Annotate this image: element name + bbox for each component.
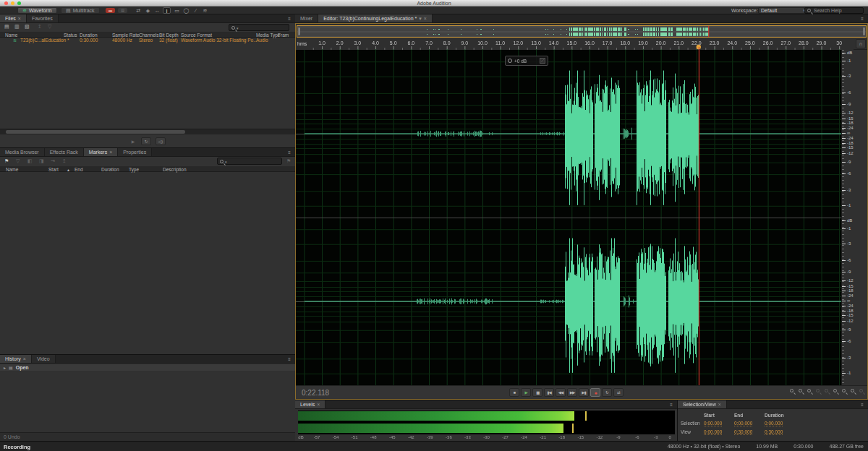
tab-files[interactable]: Files × (0, 14, 27, 22)
column-header[interactable]: Name (6, 167, 18, 172)
amplitude-ruler[interactable]: dB-1-1-3-3-6-6-9-9-12-12-15-15-18-18-24-… (841, 50, 867, 385)
tab-editor[interactable]: Editor: T23(b)ContinuingLegalEducation *… (318, 14, 433, 22)
brush-tool-icon[interactable]: ∕ (192, 7, 200, 14)
navigator-overview-waveform[interactable] (297, 26, 866, 37)
close-icon[interactable]: × (109, 150, 112, 155)
panel-menu-icon[interactable]: ≡ (284, 355, 295, 363)
add-marker-icon[interactable]: ⚑ (4, 158, 9, 164)
close-icon[interactable]: × (23, 356, 26, 361)
files-search-input[interactable]: ▾ (229, 24, 289, 31)
panel-menu-icon[interactable]: ≡ (284, 148, 295, 156)
zoom-in-horizontal-icon[interactable] (790, 389, 793, 392)
column-header[interactable]: Sample Rate (112, 33, 140, 38)
new-file-icon[interactable]: ▧ (25, 24, 30, 30)
selection-duration[interactable]: 0:00.000 (765, 421, 783, 426)
column-header[interactable]: Name (5, 33, 17, 38)
view-duration[interactable]: 0:30.000 (765, 429, 783, 435)
panel-menu-icon[interactable]: ≡ (856, 400, 868, 408)
rewind-button[interactable]: ◀◀ (556, 388, 566, 397)
razor-tool-icon[interactable]: ◈ (144, 7, 152, 14)
merge-marker-icon[interactable]: ◨ (39, 158, 44, 164)
multitrack-mode-button[interactable]: ▤ Multitrack (61, 7, 100, 14)
fast-forward-button[interactable]: ▶▶ (567, 388, 577, 397)
preview-autoplay-icon[interactable]: ◁) (156, 137, 166, 145)
sort-ascending-icon[interactable]: ▲ (67, 168, 70, 172)
panel-menu-icon[interactable]: ≡ (856, 14, 868, 22)
export-marker-icon[interactable]: ⇥ (51, 158, 55, 164)
preview-play-icon[interactable]: ▶ (129, 138, 137, 145)
close-icon[interactable]: × (718, 402, 721, 407)
tab-video[interactable]: Video (32, 355, 56, 363)
insert-marker-icon[interactable]: ↥ (62, 158, 67, 164)
waveform-canvas[interactable] (296, 50, 841, 385)
spectral-display-button[interactable]: ▤ (118, 8, 127, 13)
marquee-tool-icon[interactable]: ▭ (173, 7, 181, 14)
column-header[interactable]: Bit Depth (159, 33, 179, 38)
column-header[interactable]: Channels (139, 33, 158, 38)
column-header[interactable]: Type (129, 167, 139, 172)
slip-tool-icon[interactable]: ↔ (153, 7, 161, 14)
markers-search-input[interactable]: ▾ (217, 158, 282, 165)
skip-to-end-button[interactable]: ▶▮ (579, 388, 589, 397)
close-icon[interactable]: × (18, 16, 21, 21)
chevron-down-icon[interactable]: ▾ (419, 16, 422, 22)
waveform-mode-button[interactable]: ≋ Waveform (17, 7, 57, 14)
column-header[interactable]: Fram (278, 33, 289, 38)
monitor-corner-icon[interactable]: ∩ (856, 39, 866, 48)
column-header[interactable]: Status (64, 33, 77, 38)
marker-filter-icon[interactable]: ⚑ (286, 158, 291, 164)
tab-markers[interactable]: Markers × (84, 148, 118, 156)
tab-levels[interactable]: Levels × (295, 400, 326, 408)
tab-history[interactable]: History × (0, 355, 32, 363)
preview-loop-icon[interactable]: ↻ (141, 137, 150, 145)
selection-end[interactable]: 0:00.000 (734, 421, 752, 426)
close-icon[interactable]: × (317, 402, 320, 407)
record-button[interactable]: ● (590, 388, 600, 397)
waveform-display-button[interactable]: ▬ (106, 8, 115, 13)
waveform-display[interactable]: dB-1-1-3-3-6-6-9-9-12-12-15-15-18-18-24-… (296, 50, 867, 385)
open-file-icon[interactable]: ▤ (4, 24, 9, 30)
tab-favorites[interactable]: Favorites (27, 14, 59, 22)
timeline-ruler[interactable]: ∩ (296, 38, 867, 50)
hud-edit-icon[interactable]: ⟋ (540, 58, 545, 64)
insert-multitrack-icon[interactable]: ↥ (38, 24, 42, 30)
tab-mixer[interactable]: Mixer (295, 14, 318, 22)
column-header[interactable]: Source Format (181, 33, 212, 38)
files-horizontal-scrollbar[interactable] (0, 129, 295, 134)
help-search-input[interactable]: Search Help (804, 7, 864, 14)
navigator-left-handle[interactable] (298, 27, 300, 35)
history-item-open[interactable]: ▸ ▤ Open (0, 364, 295, 371)
stop-button[interactable]: ■ (509, 388, 519, 397)
zoom-out-vertical-icon[interactable] (842, 389, 846, 392)
workspace-select[interactable]: Default ▾ (758, 7, 809, 14)
delete-marker-icon[interactable]: ▽ (16, 158, 20, 164)
pause-button[interactable]: ▮▮ (532, 388, 542, 397)
tab-selection-view[interactable]: Selection/View × (678, 400, 727, 408)
tab-properties[interactable]: Properties (118, 148, 152, 156)
lasso-tool-icon[interactable]: ◯ (182, 7, 190, 14)
view-end[interactable]: 0:30.000 (734, 429, 752, 435)
close-icon[interactable]: × (424, 16, 427, 21)
play-button[interactable]: ▶ (521, 388, 531, 397)
zoom-in-point-icon[interactable] (816, 389, 820, 392)
split-marker-icon[interactable]: ◧ (27, 158, 33, 164)
zoom-in-vertical-icon[interactable] (833, 389, 837, 392)
zoom-navigator[interactable] (297, 25, 867, 38)
zoom-out-horizontal-icon[interactable] (799, 389, 802, 392)
panel-menu-icon[interactable]: ≡ (665, 400, 677, 408)
zoom-reset-icon[interactable] (859, 389, 863, 392)
pencil-tool-icon[interactable]: ≋ (201, 7, 209, 14)
zoom-full-icon[interactable] (851, 389, 854, 392)
selection-start[interactable]: 0:00.000 (704, 421, 722, 426)
zoom-out-point-icon[interactable] (825, 389, 828, 392)
volume-knob-icon[interactable] (508, 59, 512, 63)
column-header[interactable]: Duration (80, 33, 98, 38)
view-start[interactable]: 0:00.000 (704, 429, 722, 435)
navigator-right-handle[interactable] (863, 27, 865, 35)
time-selection-tool-icon[interactable]: I (163, 7, 171, 14)
loop-playback-button[interactable]: ↻ (602, 388, 612, 397)
tab-effects-rack[interactable]: Effects Rack (45, 148, 84, 156)
zoom-to-selection-icon[interactable] (807, 389, 811, 392)
skip-selection-button[interactable]: ⇄ (613, 388, 624, 397)
volume-hud[interactable]: +0 dB ⟋ (505, 56, 548, 66)
